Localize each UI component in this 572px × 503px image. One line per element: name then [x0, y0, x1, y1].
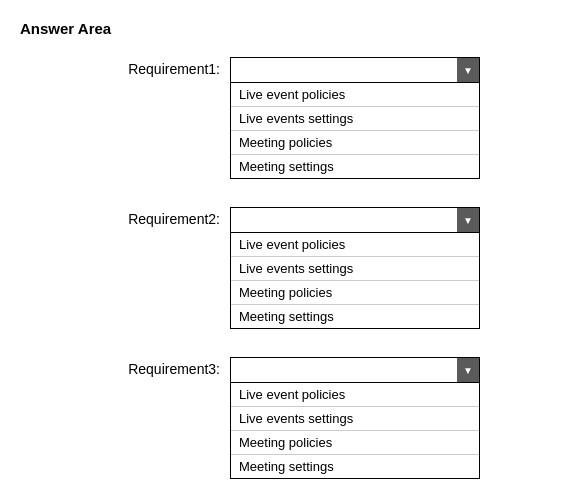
answer-area-section: Answer Area Requirement1:▼Live event pol…: [20, 20, 552, 479]
requirement-block-3: Requirement3:▼Live event policiesLive ev…: [20, 357, 552, 479]
dropdown-options-1: Live event policiesLive events settingsM…: [230, 83, 480, 179]
requirement-block-2: Requirement2:▼Live event policiesLive ev…: [20, 207, 552, 329]
answer-area-title: Answer Area: [20, 20, 552, 37]
dropdown-container-3: ▼Live event policiesLive events settings…: [230, 357, 480, 479]
requirement-block-1: Requirement1:▼Live event policiesLive ev…: [20, 57, 552, 179]
dropdown-option-1-2[interactable]: Live events settings: [231, 107, 479, 131]
dropdown-option-2-3[interactable]: Meeting policies: [231, 281, 479, 305]
dropdown-input-3[interactable]: [231, 358, 457, 382]
dropdown-arrow-1[interactable]: ▼: [457, 58, 479, 82]
dropdown-options-3: Live event policiesLive events settingsM…: [230, 383, 480, 479]
dropdown-container-2: ▼Live event policiesLive events settings…: [230, 207, 480, 329]
dropdown-option-1-1[interactable]: Live event policies: [231, 83, 479, 107]
requirement-label-2: Requirement2:: [20, 207, 230, 227]
requirement-label-3: Requirement3:: [20, 357, 230, 377]
dropdown-select-3[interactable]: ▼: [230, 357, 480, 383]
dropdown-input-2[interactable]: [231, 208, 457, 232]
dropdown-container-1: ▼Live event policiesLive events settings…: [230, 57, 480, 179]
dropdown-option-1-4[interactable]: Meeting settings: [231, 155, 479, 178]
dropdown-option-1-3[interactable]: Meeting policies: [231, 131, 479, 155]
dropdown-option-2-4[interactable]: Meeting settings: [231, 305, 479, 328]
dropdown-option-2-2[interactable]: Live events settings: [231, 257, 479, 281]
dropdown-arrow-2[interactable]: ▼: [457, 208, 479, 232]
dropdown-option-3-4[interactable]: Meeting settings: [231, 455, 479, 478]
dropdown-options-2: Live event policiesLive events settingsM…: [230, 233, 480, 329]
dropdown-option-3-1[interactable]: Live event policies: [231, 383, 479, 407]
dropdown-arrow-3[interactable]: ▼: [457, 358, 479, 382]
dropdown-select-2[interactable]: ▼: [230, 207, 480, 233]
dropdown-option-2-1[interactable]: Live event policies: [231, 233, 479, 257]
dropdown-option-3-3[interactable]: Meeting policies: [231, 431, 479, 455]
dropdown-option-3-2[interactable]: Live events settings: [231, 407, 479, 431]
requirement-label-1: Requirement1:: [20, 57, 230, 77]
dropdown-select-1[interactable]: ▼: [230, 57, 480, 83]
dropdown-input-1[interactable]: [231, 58, 457, 82]
